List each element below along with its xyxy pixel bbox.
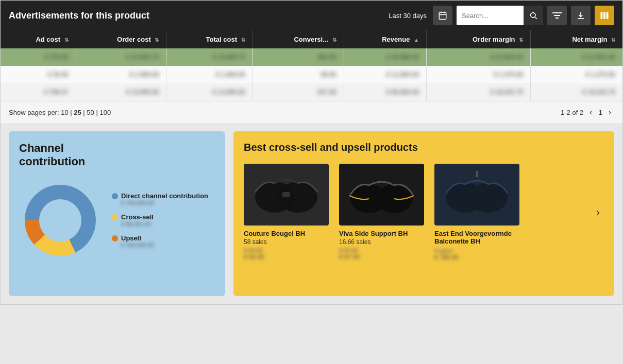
cell-conversion: 360.00 <box>252 48 344 66</box>
sort-icon-net-margin: ⇅ <box>611 37 615 43</box>
page-range: 1-2 of 2 <box>561 109 583 116</box>
filter-button[interactable] <box>547 6 567 25</box>
next-page-button[interactable]: › <box>605 107 614 118</box>
svg-line-5 <box>535 17 537 19</box>
cell-ad-cost: € 766.47 <box>1 83 76 101</box>
svg-rect-11 <box>603 12 605 19</box>
bottom-panels: Channelcontribution <box>1 123 622 304</box>
legend-value-crosssell: € 88,001.00 <box>121 221 208 227</box>
sort-icon-order-margin: ⇅ <box>519 37 523 43</box>
columns-button[interactable] <box>595 6 614 25</box>
sort-icon-ad-cost: ⇅ <box>64 37 69 43</box>
cell-net-margin: € 22,803.40 <box>531 48 622 66</box>
pages-100[interactable]: 100 <box>99 109 111 116</box>
sort-icon-order-cost: ⇅ <box>155 37 159 43</box>
svg-point-16 <box>41 201 80 240</box>
product-price-new-1: € 60.00 <box>244 253 329 261</box>
cell-total-cost: € 13,095.00 <box>166 83 252 101</box>
svg-rect-12 <box>607 12 609 19</box>
col-net-margin[interactable]: Net margin ⇅ <box>531 30 622 48</box>
product-card-3: East End Voorgevormde Balconette BH € sa… <box>434 164 519 261</box>
pages-25-active[interactable]: 25 <box>74 109 81 116</box>
cell-revenue: € 85,093.40 <box>344 83 426 101</box>
channel-content: Direct channel contribution € 700,000.00… <box>19 179 215 262</box>
cell-order-cost: € 13,095.00 <box>76 83 166 101</box>
legend-label-upsell: Upsell <box>121 234 141 242</box>
donut-chart <box>19 179 102 262</box>
product-name-1: Couture Beugel BH <box>244 230 329 237</box>
product-price-new-3: € 785.00 <box>434 254 519 261</box>
table-section: Ad cost ⇅ Order cost ⇅ Total cost ⇅ Conv… <box>1 30 622 101</box>
legend-value-direct: € 700,000.00 <box>121 200 208 206</box>
sort-icon-total-cost: ⇅ <box>241 37 245 43</box>
legend-value-upsell: € 160,000.00 <box>121 242 208 248</box>
cell-conversion: 207.00 <box>252 83 344 101</box>
product-sales-2: 16.66 sales <box>339 238 424 246</box>
pages-10[interactable]: 10 <box>61 109 68 116</box>
cell-order-margin: € 1,475.00 <box>426 66 530 83</box>
legend-label-crosssell: Cross-sell <box>121 213 154 221</box>
data-table: Ad cost ⇅ Order cost ⇅ Total cost ⇅ Conv… <box>1 30 622 101</box>
last-days-label: Last 30 days <box>389 12 427 20</box>
cell-total-cost: € 1,900.00 <box>166 66 252 83</box>
svg-rect-10 <box>601 12 603 19</box>
product-price-old-1: € 60.00 <box>244 247 329 253</box>
table-header-row: Ad cost ⇅ Order cost ⇅ Total cost ⇅ Conv… <box>1 30 622 48</box>
product-price-old-3: € sales <box>434 248 519 254</box>
legend-crosssell: Cross-sell € 88,001.00 <box>112 213 208 227</box>
prev-page-button[interactable]: ‹ <box>586 107 595 118</box>
cell-order-cost: € 15,000.75 <box>76 48 166 66</box>
col-total-cost[interactable]: Total cost ⇅ <box>166 30 252 48</box>
legend-upsell: Upsell € 160,000.00 <box>112 234 208 248</box>
product-price-old-2: € 87.00 <box>339 247 424 253</box>
col-conversion[interactable]: Conversi... ⇅ <box>252 30 344 48</box>
svg-point-4 <box>531 13 535 18</box>
svg-rect-0 <box>439 12 446 20</box>
product-image-1 <box>244 164 329 226</box>
table-row: € 375.00 € 15,000.75 € 15,005.75 360.00 … <box>1 48 622 66</box>
cell-net-margin: € 16,025.75 <box>531 83 622 101</box>
col-order-margin[interactable]: Order margin ⇅ <box>426 30 530 48</box>
cell-net-margin: € 1,475.00 <box>531 66 622 83</box>
current-page: 1 <box>598 109 602 116</box>
channel-contribution-panel: Channelcontribution <box>9 131 225 296</box>
page-navigation: 1-2 of 2 ‹ 1 › <box>561 107 614 118</box>
cell-conversion: 90.00 <box>252 66 344 83</box>
header-controls: Last 30 days <box>389 6 614 25</box>
calendar-button[interactable] <box>433 6 452 25</box>
products-row: Couture Beugel BH 58 sales € 60.00 € 60.… <box>244 164 604 261</box>
search-button[interactable] <box>524 6 543 25</box>
cell-order-margin: € 16,025.75 <box>426 83 530 101</box>
sort-icon-conversion: ⇅ <box>332 37 336 43</box>
pages-50[interactable]: 50 <box>87 109 94 116</box>
table-row: € 35.00 € 1,900.00 € 1,900.00 90.00 € 12… <box>1 66 622 83</box>
product-image-3 <box>434 164 519 226</box>
pages-per: Show pages per: 10 | 25 | 50 | 100 <box>9 109 111 116</box>
product-image-2 <box>339 164 424 226</box>
crosssell-title: Best cross-sell and upsell products <box>244 142 604 153</box>
chart-legend: Direct channel contribution € 700,000.00… <box>112 192 208 248</box>
legend-dot-upsell <box>112 235 118 241</box>
pagination-bar: Show pages per: 10 | 25 | 50 | 100 1-2 o… <box>1 101 622 123</box>
cell-revenue: € 12,000.00 <box>344 66 426 83</box>
download-button[interactable] <box>571 6 591 25</box>
channel-contribution-title: Channelcontribution <box>19 142 215 169</box>
next-arrow-button[interactable]: › <box>592 206 604 219</box>
col-ad-cost[interactable]: Ad cost ⇅ <box>1 30 76 48</box>
cell-order-cost: € 1,900.00 <box>76 66 166 83</box>
cell-total-cost: € 15,005.75 <box>166 48 252 66</box>
cell-revenue: € 46,086.40 <box>344 48 426 66</box>
search-input[interactable] <box>457 8 524 24</box>
product-card-2: Viva Side Support BH 16.66 sales € 87.00… <box>339 164 424 261</box>
col-revenue[interactable]: Revenue ▲ <box>344 30 426 48</box>
col-order-cost[interactable]: Order cost ⇅ <box>76 30 166 48</box>
sort-icon-revenue: ▲ <box>414 37 419 43</box>
search-wrap <box>457 6 543 25</box>
legend-label-direct: Direct channel contribution <box>121 192 208 200</box>
cell-ad-cost: € 375.00 <box>1 48 76 66</box>
legend-direct: Direct channel contribution € 700,000.00 <box>112 192 208 206</box>
svg-rect-19 <box>282 192 290 197</box>
legend-dot-direct <box>112 193 118 199</box>
product-name-3: East End Voorgevormde Balconette BH <box>434 230 519 245</box>
cell-ad-cost: € 35.00 <box>1 66 76 83</box>
